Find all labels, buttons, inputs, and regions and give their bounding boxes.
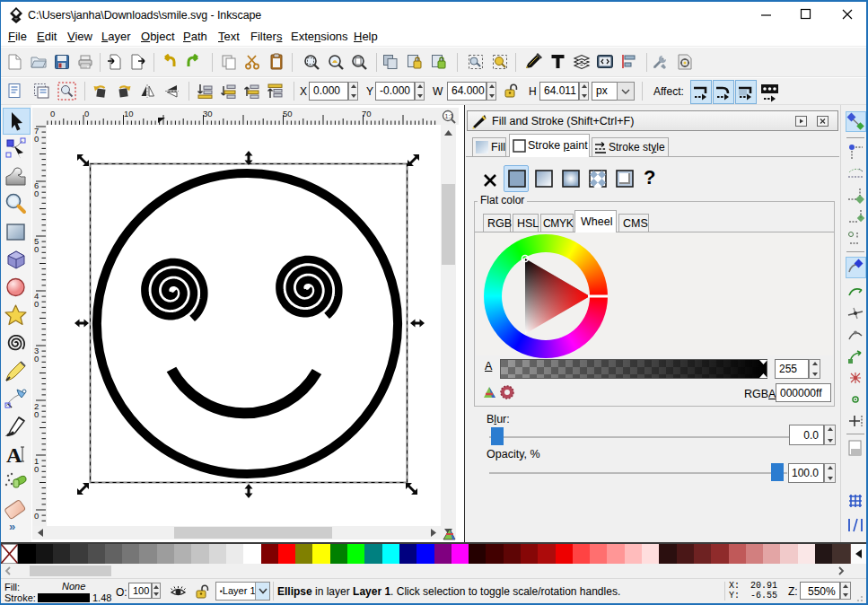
svg-text:1:1: 1:1 xyxy=(445,113,454,119)
svg-text:A: A xyxy=(6,443,22,467)
svg-text:0: 0 xyxy=(50,109,55,118)
svg-text:0: 0 xyxy=(84,109,89,118)
svg-text:0: 0 xyxy=(34,409,39,419)
svg-text:0: 0 xyxy=(34,189,39,198)
svg-text:0: 0 xyxy=(34,464,39,474)
svg-text:0: 0 xyxy=(34,244,39,254)
svg-text:0: 0 xyxy=(34,299,39,309)
svg-text:0: 0 xyxy=(34,511,39,521)
svg-text:50: 50 xyxy=(283,109,293,118)
svg-text:0: 0 xyxy=(34,134,39,144)
svg-text:30: 30 xyxy=(203,109,213,118)
svg-text:10: 10 xyxy=(124,109,134,118)
svg-text:70: 70 xyxy=(362,109,372,118)
svg-text:0: 0 xyxy=(34,354,39,364)
